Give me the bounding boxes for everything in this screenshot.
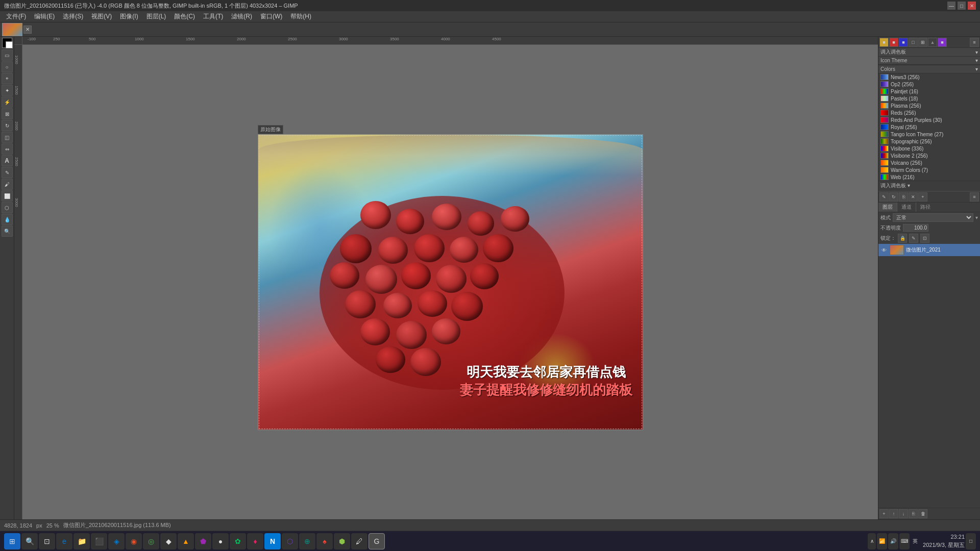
tool-flip[interactable]: ⇔ (2, 143, 13, 155)
color-item-paintjet[interactable]: Paintjet (16) (878, 88, 980, 95)
tab-channels[interactable]: 通道 (897, 203, 916, 212)
layer-visibility-icon[interactable]: 👁 (880, 246, 888, 254)
tool-pencil[interactable]: ✎ (2, 167, 13, 178)
app-btn-1[interactable]: ◉ (126, 533, 142, 549)
color-item-tango[interactable]: Tango Icon Theme (27) (878, 131, 980, 138)
menu-view[interactable]: 视图(V) (87, 11, 116, 22)
tool-fuzzy-select[interactable]: ✦ (2, 85, 13, 96)
palettes-header[interactable]: 调入调色板 ▾ (878, 48, 980, 57)
app-btn-2[interactable]: ◆ (160, 533, 177, 549)
panel-icon-3[interactable]: ■ (899, 38, 908, 47)
tool-paint[interactable]: 🖌 (2, 179, 13, 190)
color-item-web[interactable]: Web (216) (878, 173, 980, 181)
tool-free-select[interactable]: ⌖ (2, 73, 13, 84)
menu-colors[interactable]: 颜色(C) (170, 11, 199, 22)
app-btn-5[interactable]: ● (212, 533, 229, 549)
mode-select[interactable]: 正常 (893, 213, 973, 222)
chrome-btn[interactable]: ◎ (143, 533, 159, 549)
app-btn-12[interactable]: 🖊 (351, 533, 368, 549)
menu-help[interactable]: 帮助(H) (286, 11, 315, 22)
tool-zoom[interactable]: 🔍 (2, 226, 13, 237)
color-item-reds-purples[interactable]: Reds And Purples (30) (878, 116, 980, 123)
color-item-op2[interactable]: Op2 (256) (878, 81, 980, 88)
notification-btn[interactable]: □ (966, 533, 976, 549)
vscode-btn[interactable]: ◈ (108, 533, 125, 549)
menu-filters[interactable]: 滤镜(R) (227, 11, 256, 22)
tray-up-btn[interactable]: ∧ (868, 533, 876, 549)
layers-refresh-btn[interactable]: ↻ (889, 192, 898, 202)
panel-icon-2[interactable]: ■ (889, 38, 898, 47)
color-item-visibone[interactable]: Visibone (336) (878, 145, 980, 152)
tool-ellipse-select[interactable]: ○ (2, 61, 13, 72)
color-item-royal[interactable]: Royal (256) (878, 123, 980, 131)
img-thumbnail[interactable] (2, 23, 22, 36)
layer-down-btn[interactable]: ↓ (899, 509, 908, 518)
panel-options[interactable]: ≡ (970, 38, 979, 47)
layers-delete-btn[interactable]: ✕ (909, 192, 918, 202)
tray-icon-1[interactable]: 📶 (877, 533, 887, 549)
color-item-visibone2[interactable]: Visibone 2 (256) (878, 152, 980, 159)
app-btn-4[interactable]: ⬟ (195, 533, 211, 549)
layers-copy-btn[interactable]: ⎘ (899, 192, 908, 202)
wechat-btn[interactable]: ✿ (230, 533, 246, 549)
tool-perspective[interactable]: ◫ (2, 132, 13, 143)
menu-file[interactable]: 文件(F) (2, 11, 30, 22)
menu-windows[interactable]: 窗口(W) (256, 11, 286, 22)
tray-icon-2[interactable]: 🔊 (888, 533, 898, 549)
lock-alpha-btn[interactable]: ✎ (909, 234, 918, 243)
layers-add-btn[interactable]: + (918, 192, 927, 202)
close-button[interactable]: ✕ (968, 2, 976, 10)
main-image[interactable]: 明天我要去邻居家再借点钱 妻子提醒我修修缝纫机的踏板 (258, 134, 643, 430)
panel-icon-6[interactable]: ▲ (928, 38, 937, 47)
app-btn-11[interactable]: ⬢ (334, 533, 350, 549)
panel-icon-4[interactable]: □ (909, 38, 918, 47)
tool-transform[interactable]: ↻ (2, 120, 13, 131)
tool-text[interactable]: A (2, 155, 13, 166)
tray-icon-3[interactable]: ⌨ (899, 533, 910, 549)
tool-eyedropper[interactable]: 💧 (2, 214, 13, 225)
app-btn-8[interactable]: ⬡ (282, 533, 298, 549)
app-btn-7[interactable]: N (264, 533, 281, 549)
tool-fg-color[interactable] (2, 38, 12, 48)
layer-duplicate-btn[interactable]: ⎘ (909, 509, 918, 518)
app-btn-10[interactable]: ♠ (316, 533, 333, 549)
menu-tools[interactable]: 工具(T) (199, 11, 227, 22)
app-btn-9[interactable]: ⊕ (299, 533, 315, 549)
import-palette-btn[interactable]: 调入调色板 ▾ (878, 181, 980, 190)
layer-row[interactable]: 👁 微信图片_2021 (878, 244, 980, 256)
tab-layers[interactable]: 图层 (878, 203, 897, 212)
colors-header[interactable]: Colors ▾ (878, 65, 980, 73)
layers-options[interactable]: ≡ (970, 192, 979, 202)
close-tab-btn[interactable]: ✕ (23, 26, 32, 34)
lock-position-btn[interactable]: 🔒 (898, 234, 907, 243)
search-btn[interactable]: 🔍 (21, 533, 38, 549)
panel-icon-1[interactable]: ■ (879, 38, 889, 47)
layer-del-btn[interactable]: 🗑 (918, 509, 927, 518)
icon-theme-header[interactable]: Icon Theme ▾ (878, 57, 980, 65)
layers-pencil-btn[interactable]: ✎ (879, 192, 889, 202)
app-btn-6[interactable]: ♦ (247, 533, 263, 549)
tool-color-select[interactable]: ⚡ (2, 96, 13, 108)
maximize-button[interactable]: □ (958, 2, 966, 10)
minimize-button[interactable]: — (947, 2, 955, 10)
layer-up-btn[interactable]: ↑ (889, 509, 898, 518)
tab-paths[interactable]: 路径 (916, 203, 935, 212)
menu-layer[interactable]: 图层(L) (142, 11, 170, 22)
tool-fill[interactable]: ⬡ (2, 202, 13, 213)
opacity-input[interactable] (903, 224, 928, 232)
lock-visibility-btn[interactable]: ⊡ (920, 234, 929, 243)
layer-add-btn[interactable]: + (879, 509, 889, 518)
color-item-warm[interactable]: Warm Colors (7) (878, 166, 980, 173)
app-btn-3[interactable]: ▲ (178, 533, 194, 549)
menu-edit[interactable]: 编辑(E) (30, 11, 59, 22)
start-button[interactable]: ⊞ (4, 533, 20, 549)
color-item-reds[interactable]: Reds (256) (878, 109, 980, 116)
color-item-topographic[interactable]: Topographic (256) (878, 138, 980, 145)
tool-eraser[interactable]: ⬜ (2, 190, 13, 202)
panel-icon-7[interactable]: ■ (938, 38, 947, 47)
panel-icon-5[interactable]: ⊞ (918, 38, 927, 47)
gimp-btn[interactable]: G (369, 533, 385, 549)
color-item-pastels[interactable]: Pastels (18) (878, 95, 980, 102)
files-btn[interactable]: 📁 (74, 533, 90, 549)
taskview-btn[interactable]: ⊡ (39, 533, 55, 549)
